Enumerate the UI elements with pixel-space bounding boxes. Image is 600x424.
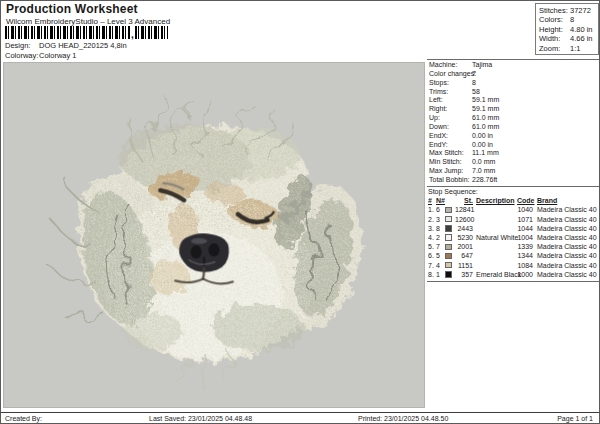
zoom-value: 1:1 <box>570 44 580 53</box>
stop-sequence-header-row: # N# St. Description Code Brand <box>428 196 599 205</box>
summary-row-zoom: Zoom:1:1 <box>539 44 596 53</box>
thread-color-swatch <box>445 207 452 214</box>
machine-row: Up:61.0 mm <box>429 114 599 123</box>
stop-sequence-row: 2.3126001071Madeira Classic 40 <box>428 215 599 224</box>
stop-sequence-title: Stop Sequence: <box>428 188 599 197</box>
machine-row: Max Stitch:11.1 mm <box>429 149 599 158</box>
machine-row: Stops:8 <box>429 79 599 88</box>
thread-color-swatch <box>445 271 452 278</box>
height-value: 4.80 in <box>570 25 593 34</box>
stop-sequence-section: Stop Sequence: # N# St. Description Code… <box>427 186 599 282</box>
machine-row: Total Bobbin:228.76ft <box>429 176 599 185</box>
stop-sequence-row: 7.411511084Madeira Classic 40 <box>428 261 599 270</box>
thread-color-swatch <box>445 262 452 269</box>
width-value: 4.66 in <box>570 34 593 43</box>
stop-sequence-row: 4.25230Natural White1004Madeira Classic … <box>428 233 599 242</box>
design-label: Design: <box>5 41 39 50</box>
thread-color-swatch <box>445 244 452 251</box>
machine-row: EndX:0.00 in <box>429 132 599 141</box>
summary-row-width: Width:4.66 in <box>539 34 596 43</box>
machine-row: Down:61.0 mm <box>429 123 599 132</box>
colors-value: 8 <box>570 15 574 24</box>
thread-color-swatch <box>445 234 452 241</box>
stop-sequence-row: 5.720011339Madeira Classic 40 <box>428 242 599 251</box>
footer-page-number: Page 1 of 1 <box>557 414 593 423</box>
stitches-value: 37272 <box>570 6 591 15</box>
height-label: Height: <box>539 25 570 34</box>
machine-row: Trims:58 <box>429 88 599 97</box>
machine-row: Min Stitch:0.0 mm <box>429 158 599 167</box>
colorway-label: Colorway: <box>5 51 39 60</box>
thread-color-swatch <box>445 216 452 223</box>
summary-row-height: Height:4.80 in <box>539 25 596 34</box>
stop-sequence-row: 1.6128411040Madeira Classic 40 <box>428 205 599 214</box>
machine-row: EndY:0.00 in <box>429 141 599 150</box>
machine-row: Color changes:7 <box>429 70 599 79</box>
thread-color-swatch <box>445 253 452 260</box>
machine-info-panel: Machine:Tajima Color changes:7 Stops:8 T… <box>427 59 599 282</box>
design-summary-box: Stitches:37272 Colors:8 Height:4.80 in W… <box>535 3 599 55</box>
machine-row: Left:59.1 mm <box>429 96 599 105</box>
stop-sequence-row: 8.1357Emerald Black1000Madeira Classic 4… <box>428 270 599 279</box>
design-barcode: , <box>5 26 168 39</box>
machine-row: Max Jump:7.0 mm <box>429 167 599 176</box>
thread-color-swatch <box>445 225 452 232</box>
summary-row-colors: Colors:8 <box>539 15 596 24</box>
page-title: Production Worksheet <box>6 2 138 16</box>
footer-last-saved: Last Saved: 23/01/2025 04.48.48 <box>149 414 252 423</box>
stop-sequence-row: 6.56471344Madeira Classic 40 <box>428 251 599 260</box>
barcode-bars-right <box>135 26 168 39</box>
zoom-label: Zoom: <box>539 44 570 53</box>
footer-divider <box>1 412 599 413</box>
design-canvas <box>3 62 425 408</box>
footer-printed: Printed: 23/01/2025 04.48.50 <box>358 414 448 423</box>
machine-row: Right:59.1 mm <box>429 105 599 114</box>
stop-sequence-row: 3.824431044Madeira Classic 40 <box>428 224 599 233</box>
barcode-bars-left <box>5 26 130 39</box>
width-label: Width: <box>539 34 570 43</box>
colors-label: Colors: <box>539 15 570 24</box>
colorway-row: Colorway:Colorway 1 <box>5 51 77 60</box>
colorway-value: Colorway 1 <box>39 51 77 60</box>
production-worksheet-page: Production Worksheet Wilcom EmbroiderySt… <box>0 0 600 424</box>
design-value: DOG HEAD_220125 4,8in <box>39 41 127 50</box>
app-subtitle: Wilcom EmbroideryStudio – Level 3 Advanc… <box>6 17 170 26</box>
footer-created-by: Created By: <box>5 414 42 423</box>
design-name-row: Design:DOG HEAD_220125 4,8in <box>5 41 127 50</box>
dog-design-preview <box>4 63 424 407</box>
stop-sequence-table: # N# St. Description Code Brand 1.612841… <box>428 196 599 279</box>
machine-info-list: Machine:Tajima Color changes:7 Stops:8 T… <box>427 60 599 185</box>
summary-row-stitches: Stitches:37272 <box>539 6 596 15</box>
machine-row: Machine:Tajima <box>429 61 599 70</box>
stitches-label: Stitches: <box>539 6 570 15</box>
